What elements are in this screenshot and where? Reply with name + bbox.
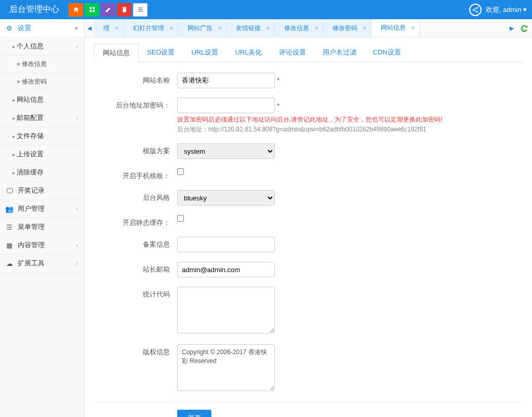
- save-button[interactable]: 保存: [177, 410, 211, 417]
- static-cache-label: 开启静态缓存：: [94, 215, 177, 227]
- tab-item[interactable]: 理✕: [94, 19, 124, 37]
- chevron-right-icon: ›: [76, 115, 78, 121]
- topbar: 后台管理中心 欢迎, admin ▾: [0, 0, 532, 19]
- stat-code-textarea[interactable]: [177, 287, 275, 333]
- sidebar-user-mgmt[interactable]: 👥用户管理›: [0, 200, 84, 218]
- chevron-down-icon: ▾: [75, 25, 78, 32]
- monitor-icon: 🖵: [5, 187, 14, 195]
- copyright-textarea[interactable]: [177, 344, 275, 391]
- sidebar-modify-info[interactable]: » 修改信息: [0, 56, 84, 73]
- sidebar-mail-cfg[interactable]: ▸ 邮箱配置 ›: [0, 109, 84, 127]
- close-icon[interactable]: ✕: [314, 25, 318, 31]
- subtab-seo[interactable]: SEO设置: [139, 44, 183, 62]
- refresh-button[interactable]: [516, 19, 532, 37]
- close-icon[interactable]: ✕: [411, 25, 415, 31]
- subtab-comment[interactable]: 评论设置: [271, 44, 314, 62]
- svg-rect-3: [92, 10, 95, 12]
- close-icon[interactable]: ✕: [363, 25, 367, 31]
- sidebar-settings-label: 设置: [18, 23, 31, 33]
- mobile-tpl-checkbox[interactable]: [177, 168, 184, 175]
- admin-pwd-label: 后台地址加密码：: [94, 98, 177, 110]
- close-icon[interactable]: ✕: [266, 25, 270, 31]
- close-icon[interactable]: ✕: [218, 25, 222, 31]
- sidebar-lottery[interactable]: 🖵开奖记录: [0, 182, 84, 200]
- grid-button[interactable]: [85, 3, 99, 17]
- tab-item[interactable]: 修改密码✕: [323, 19, 371, 37]
- admin-style-label: 后台风格: [94, 190, 177, 203]
- tabs-row: ◀ 理✕ 幻灯片管理✕ 网站广告✕ 友情链接✕ 修改信息✕ 修改密码✕ 网站信息…: [85, 19, 532, 37]
- subtab-site-info[interactable]: 网站信息: [94, 44, 139, 62]
- sidebar-upload-cfg[interactable]: ▸ 上传设置: [0, 145, 84, 164]
- svg-point-8: [473, 9, 474, 10]
- svg-point-9: [476, 11, 477, 12]
- icp-label: 备案信息: [94, 237, 177, 249]
- svg-rect-2: [89, 10, 91, 12]
- welcome-text[interactable]: 欢迎, admin ▾: [486, 5, 527, 15]
- tab-item[interactable]: 幻灯片管理✕: [124, 19, 178, 37]
- trash-button[interactable]: [117, 3, 131, 17]
- admin-pwd-hint-red: 设置加密码后必须通过以下地址访问后台,请劳记此地址，为了安全，您也可以定期更换此…: [177, 115, 523, 124]
- chevron-right-icon: ›: [76, 43, 78, 49]
- admin-pwd-hint-gray: 后台地址：http://120.92.81.54:808?g=admin&upw…: [177, 125, 523, 134]
- tab-item[interactable]: 网站信息✕: [371, 19, 420, 37]
- home-button[interactable]: [69, 3, 83, 17]
- template-select[interactable]: system: [177, 143, 275, 159]
- admin-style-select[interactable]: bluesky: [177, 190, 275, 206]
- stat-code-label: 统计代码: [94, 287, 177, 299]
- svg-rect-6: [138, 11, 143, 11]
- users-icon: 👥: [5, 205, 14, 213]
- edit-button[interactable]: [101, 3, 115, 17]
- sidebar-modify-pwd[interactable]: » 修改密码: [0, 73, 84, 91]
- gear-icon: ⚙: [5, 24, 14, 32]
- webmaster-email-input[interactable]: [177, 262, 275, 277]
- site-info-form: 网站名称 * 后台地址加密码： * 设置加密码后必须通过以下地址访问后台,请劳记…: [94, 62, 523, 417]
- sidebar-site-info[interactable]: ▸ 网站信息: [0, 91, 84, 109]
- tab-item[interactable]: 友情链接✕: [227, 19, 275, 37]
- chevron-right-icon: ›: [76, 242, 78, 248]
- list-icon: ☰: [5, 223, 14, 231]
- tab-nav-left[interactable]: ◀: [85, 19, 94, 37]
- admin-pwd-input[interactable]: [177, 98, 275, 113]
- close-icon[interactable]: ✕: [115, 25, 119, 31]
- subtab-url[interactable]: URL设置: [183, 44, 227, 62]
- subtab-cdn[interactable]: CDN设置: [365, 44, 409, 62]
- svg-rect-0: [89, 7, 91, 9]
- share-icon[interactable]: [469, 4, 482, 16]
- grid-icon: ▦: [5, 241, 14, 249]
- site-name-input[interactable]: [177, 73, 275, 88]
- copyright-label: 版权信息: [94, 344, 177, 357]
- sidebar-content-mgmt[interactable]: ▦内容管理›: [0, 236, 84, 254]
- brand: 后台管理中心: [5, 4, 63, 15]
- mobile-tpl-label: 开启手机模板：: [94, 168, 177, 181]
- sidebar-file-store[interactable]: ▸ 文件存储: [0, 127, 84, 145]
- svg-rect-1: [92, 7, 95, 9]
- svg-point-7: [476, 7, 477, 8]
- chevron-right-icon: ›: [76, 206, 78, 212]
- sidebar-menu-mgmt[interactable]: ☰菜单管理: [0, 218, 84, 236]
- subtab-username-filter[interactable]: 用户名过滤: [314, 44, 365, 62]
- close-icon[interactable]: ✕: [169, 25, 174, 31]
- svg-rect-4: [138, 8, 143, 8]
- sidebar: ⚙设置 ▾ ▸ 个人信息 › » 修改信息 » 修改密码 ▸ 网站信息 ▸ 邮箱…: [0, 19, 85, 417]
- sidebar-ext-tools[interactable]: ☁扩展工具›: [0, 254, 84, 273]
- subtab-url-rewrite[interactable]: URL美化: [227, 44, 270, 62]
- tab-item[interactable]: 修改信息✕: [275, 19, 323, 37]
- cloud-icon: ☁: [5, 260, 14, 267]
- icp-input[interactable]: [177, 237, 275, 252]
- tab-nav-right[interactable]: ▶: [507, 19, 516, 37]
- subtabs: 网站信息 SEO设置 URL设置 URL美化 评论设置 用户名过滤 CDN设置: [94, 44, 523, 62]
- svg-line-11: [474, 10, 476, 11]
- template-label: 模版方案: [94, 143, 177, 156]
- svg-rect-5: [138, 9, 143, 10]
- webmaster-email-label: 站长邮箱: [94, 262, 177, 274]
- tab-item[interactable]: 网站广告✕: [178, 19, 227, 37]
- list-button[interactable]: [133, 3, 148, 17]
- static-cache-checkbox[interactable]: [177, 215, 184, 222]
- site-name-label: 网站名称: [94, 73, 177, 85]
- chevron-right-icon: ›: [76, 260, 78, 266]
- sidebar-personal[interactable]: ▸ 个人信息 ›: [0, 37, 84, 56]
- sidebar-settings[interactable]: ⚙设置 ▾: [0, 19, 84, 37]
- svg-line-10: [474, 8, 476, 9]
- sidebar-clear-cache[interactable]: ▸ 清除缓存: [0, 164, 84, 182]
